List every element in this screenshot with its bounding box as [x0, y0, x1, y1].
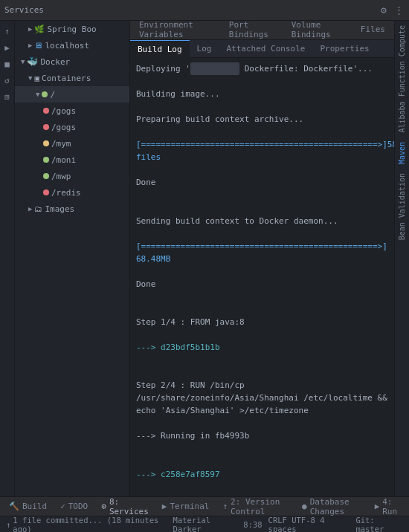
log-line-11: Step 2/4 : RUN /bin/cp /usr/share/zonein…: [136, 379, 388, 417]
sidebar-item-moni[interactable]: /moni: [15, 152, 129, 168]
arrow-icon: ▼: [36, 91, 39, 98]
status-git: Git: master: [355, 516, 403, 533]
services-title: Services: [4, 5, 44, 15]
db-label: Database Changes: [310, 497, 361, 516]
tab-env-vars[interactable]: Environment Variables: [130, 21, 220, 40]
right-label-maven[interactable]: Maven: [396, 137, 408, 169]
log-line-3: Preparing build context archive...: [136, 113, 388, 126]
bottom-tab-db[interactable]: ● Database Changes: [296, 499, 367, 515]
build-icon: 🔨: [9, 502, 19, 511]
right-label-alibaba[interactable]: Alibaba Function Compute: [396, 21, 408, 137]
arrow-icon: ▼: [21, 58, 25, 65]
left-icon-4[interactable]: ↺: [1, 74, 13, 86]
arrow-icon: ▶: [28, 25, 32, 33]
right-labels: Alibaba Function Compute Maven Bean Vali…: [394, 21, 409, 496]
commit-text: 1 file committed... (18 minutes ago): [13, 516, 167, 533]
bottom-tab-todo[interactable]: ✓ TODO: [54, 499, 94, 515]
run-icon: ▶: [375, 502, 380, 511]
bottom-tab-services[interactable]: ⚙ 8: Services: [95, 499, 155, 515]
status-dot: [43, 108, 49, 114]
bottom-tab-terminal[interactable]: ▶ Terminal: [156, 499, 216, 515]
log-line-13: ---> c258e7af8597: [136, 468, 388, 481]
right-label-bean[interactable]: Bean Validation: [396, 169, 408, 244]
top-bar: Services ⚙ ⋮: [0, 0, 409, 21]
log-line-4: [=======================================…: [136, 138, 388, 163]
status-time: 8:38: [243, 520, 262, 529]
bottom-tab-version-control[interactable]: ↑ 2: Version Control: [216, 499, 294, 515]
sidebar-item-gogs2[interactable]: /gogs: [15, 119, 129, 135]
tabs-row-2: Build Log Log Attached Console Propertie…: [130, 40, 394, 58]
sidebar-item-localhost[interactable]: ▶ 🖥 localhost: [15, 37, 129, 53]
localhost-icon: 🖥: [34, 41, 42, 51]
menu-icon[interactable]: ⋮: [393, 4, 405, 16]
sidebar-item-redis[interactable]: /redis: [15, 184, 129, 201]
terminal-label: Terminal: [170, 502, 209, 511]
arrow-icon: ▼: [28, 74, 32, 82]
services-label: 8: Services: [109, 497, 149, 516]
log-line-12: ---> Running in fb4993b: [136, 429, 388, 442]
tab-log[interactable]: Log: [190, 40, 219, 58]
left-strip: ↑ ▶ ■ ↺ ⊞: [0, 21, 15, 496]
vc-label: 2: Version Control: [231, 497, 289, 516]
tab-properties[interactable]: Properties: [312, 40, 376, 58]
main-layout: ↑ ▶ ■ ↺ ⊞ ▶ 🌿 Spring Boo ▶ 🖥 localhost ▼…: [0, 21, 409, 496]
status-dot: [43, 157, 49, 163]
sidebar-item-docker[interactable]: ▼ 🐳 Docker: [15, 53, 129, 70]
log-line-2: Building image...: [136, 88, 388, 100]
sidebar-item-spring-boo[interactable]: ▶ 🌿 Spring Boo: [15, 21, 129, 37]
status-dot: [43, 124, 49, 130]
tab-volume-bindings[interactable]: Volume Bindings: [283, 21, 352, 40]
sidebar-item-containers[interactable]: ▼ ▣ Containers: [15, 70, 129, 86]
theme-text: Material Darker: [173, 516, 238, 533]
log-line-6: Sending build context to Docker daemon..…: [136, 215, 388, 227]
log-line-14: Removing intermediate container 4993b: [136, 493, 388, 496]
status-theme: Material Darker: [173, 516, 238, 533]
log-line-7: [=======================================…: [136, 240, 388, 265]
left-icon-1[interactable]: ↑: [1, 25, 13, 37]
todo-label: TODO: [68, 502, 88, 511]
content-area: Environment Variables Port Bindings Volu…: [130, 21, 394, 496]
db-icon: ●: [302, 502, 307, 511]
tab-port-bindings[interactable]: Port Bindings: [220, 21, 283, 40]
log-line-8: Done: [136, 278, 388, 291]
log-line-5: Done: [136, 176, 388, 189]
spring-icon: 🌿: [34, 25, 45, 34]
build-log-content: Deploying 'XXXXXXXXXX Dockerfile: Docker…: [130, 58, 394, 496]
log-line-10: ---> d23bdf5b1b1b: [136, 341, 388, 354]
sidebar-item-gogs1[interactable]: /gogs: [15, 103, 129, 119]
sidebar-item-root[interactable]: ▼ /: [15, 86, 129, 103]
left-icon-5[interactable]: ⊞: [1, 91, 13, 103]
tab-build-log[interactable]: Build Log: [130, 40, 190, 58]
git-text: Git: master: [355, 516, 403, 533]
status-encoding: CRLF UTF-8 4 spaces: [268, 516, 350, 533]
build-label: Build: [22, 502, 47, 511]
status-dot: [43, 173, 49, 179]
bottom-toolbar: 🔨 Build ✓ TODO ⚙ 8: Services ▶ Terminal …: [0, 496, 409, 516]
top-bar-icons: ⚙ ⋮: [378, 4, 405, 16]
todo-icon: ✓: [60, 502, 65, 511]
tab-attached-console[interactable]: Attached Console: [219, 40, 312, 58]
left-icon-3[interactable]: ■: [1, 58, 13, 70]
container-icon: ▣: [34, 74, 39, 83]
log-line-9: Step 1/4 : FROM java:8: [136, 316, 388, 328]
sidebar: ▶ 🌿 Spring Boo ▶ 🖥 localhost ▼ 🐳 Docker …: [15, 21, 130, 496]
left-icon-2[interactable]: ▶: [1, 42, 13, 53]
sidebar-item-images[interactable]: ▶ 🗂 Images: [15, 201, 129, 217]
bottom-tab-build[interactable]: 🔨 Build: [3, 499, 53, 515]
sidebar-item-mwp[interactable]: /mwp: [15, 168, 129, 184]
images-icon: 🗂: [34, 204, 42, 214]
log-line-1: Deploying 'XXXXXXXXXX Dockerfile: Docker…: [136, 62, 388, 75]
bottom-tab-run[interactable]: ▶ 4: Run: [369, 499, 406, 515]
sidebar-item-mym[interactable]: /mym: [15, 135, 129, 152]
status-dot: [43, 189, 49, 195]
tab-files[interactable]: Files: [352, 21, 394, 40]
encoding-text: CRLF UTF-8 4 spaces: [268, 516, 350, 533]
commit-icon: ↑: [6, 520, 10, 529]
gear-icon[interactable]: ⚙: [378, 4, 390, 16]
run-label: 4: Run: [382, 497, 400, 516]
arrow-icon: ▶: [28, 42, 32, 49]
services-icon: ⚙: [101, 502, 106, 511]
terminal-icon: ▶: [162, 502, 167, 511]
status-dot: [42, 91, 48, 97]
status-bar: ↑ 1 file committed... (18 minutes ago) M…: [0, 516, 409, 532]
